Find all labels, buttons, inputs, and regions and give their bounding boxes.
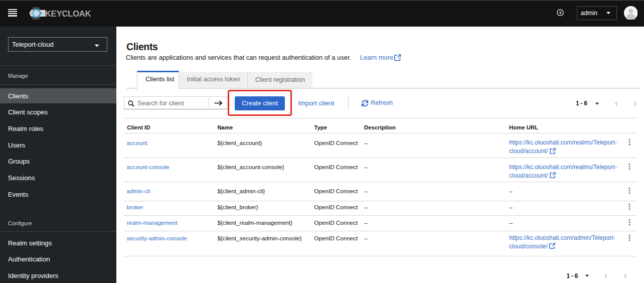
svg-text:?: ? bbox=[559, 10, 562, 15]
svg-text:KEYCLOAK: KEYCLOAK bbox=[45, 9, 91, 19]
